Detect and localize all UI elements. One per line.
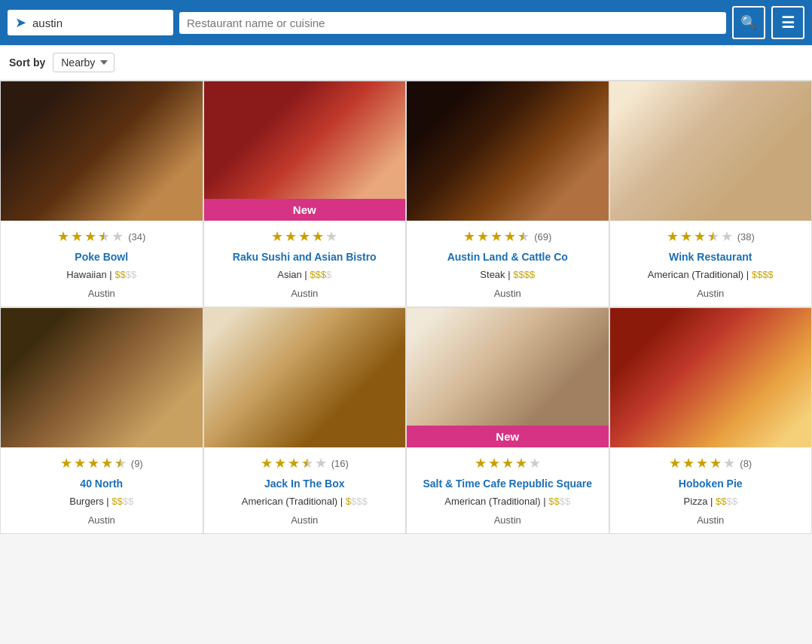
food-image (204, 308, 406, 447)
restaurant-name[interactable]: Austin Land & Cattle Co (416, 251, 600, 263)
restaurant-card[interactable]: ★★★★★★(38) Wink Restaurant American (Tra… (609, 81, 813, 307)
review-count: (16) (331, 458, 349, 469)
star-empty: ★ (721, 228, 733, 245)
sort-bar: Sort by Nearby Rating Price (0, 45, 812, 81)
review-count: (9) (131, 458, 143, 469)
card-image (407, 81, 609, 221)
restaurant-card[interactable]: ★★★★★★(34) Poke Bowl Hawaiian | $$$$ Aus… (0, 81, 203, 307)
restaurant-name[interactable]: Jack In The Box (213, 478, 397, 490)
star-half: ★★ (98, 228, 110, 245)
star-empty: ★ (111, 228, 124, 245)
restaurant-card[interactable]: ★★★★★★(69) Austin Land & Cattle Co Steak… (406, 81, 609, 307)
restaurant-location: Austin (619, 288, 803, 299)
star-full: ★ (71, 228, 83, 245)
restaurant-cuisine: Pizza | $$$$ (619, 496, 803, 507)
star-full: ★ (682, 455, 694, 472)
star-full: ★ (288, 455, 300, 472)
star-full: ★ (504, 228, 516, 245)
star-full: ★ (84, 228, 96, 245)
restaurant-card[interactable]: New ★★★★★ Salt & Time Cafe Republic Squa… (406, 307, 609, 534)
star-full: ★ (463, 228, 475, 245)
star-full: ★ (490, 228, 502, 245)
restaurant-location: Austin (416, 288, 600, 299)
star-full: ★ (667, 228, 679, 245)
new-badge: New (204, 199, 406, 221)
star-full: ★ (60, 455, 72, 472)
star-rating: ★★★★★★(38) (667, 228, 755, 245)
star-full: ★ (57, 228, 69, 245)
restaurant-name[interactable]: 40 North (10, 478, 194, 490)
star-empty: ★ (529, 455, 541, 472)
header: ➤ 🔍 ☰ (0, 0, 812, 45)
restaurant-card[interactable]: ★★★★★(8) Hoboken Pie Pizza | $$$$ Austin (609, 307, 813, 534)
restaurant-name[interactable]: Hoboken Pie (619, 478, 803, 490)
restaurant-name[interactable]: Raku Sushi and Asian Bistro (213, 251, 397, 263)
star-full: ★ (74, 455, 86, 472)
star-empty: ★ (325, 228, 337, 245)
card-image (1, 308, 203, 447)
food-image (610, 81, 812, 221)
star-full: ★ (515, 455, 527, 472)
restaurant-location: Austin (213, 288, 397, 299)
star-rating: ★★★★★★(69) (463, 228, 551, 245)
card-image: New (407, 308, 609, 447)
star-full: ★ (694, 228, 706, 245)
location-input[interactable] (32, 17, 166, 29)
location-search-box[interactable]: ➤ (8, 10, 173, 35)
star-rating: ★★★★★ (271, 228, 337, 245)
navigation-icon: ➤ (15, 14, 26, 31)
star-half: ★★ (517, 228, 530, 245)
star-rating: ★★★★★★(16) (261, 455, 349, 472)
star-full: ★ (101, 455, 113, 472)
star-full: ★ (488, 455, 500, 472)
review-count: (34) (128, 231, 145, 243)
star-rating: ★★★★★★(9) (60, 455, 143, 472)
restaurant-grid: ★★★★★★(34) Poke Bowl Hawaiian | $$$$ Aus… (0, 81, 812, 534)
review-count: (38) (737, 231, 755, 243)
star-rating: ★★★★★ (475, 455, 541, 472)
restaurant-name[interactable]: Wink Restaurant (619, 251, 803, 263)
card-image (610, 81, 812, 221)
food-image (1, 81, 203, 221)
star-full: ★ (477, 228, 489, 245)
card-image: New (204, 81, 406, 221)
star-full: ★ (680, 228, 692, 245)
restaurant-location: Austin (619, 514, 803, 526)
sort-select[interactable]: Nearby Rating Price (53, 53, 114, 72)
star-half: ★★ (301, 455, 313, 472)
filter-icon: ☰ (781, 14, 795, 32)
star-rating: ★★★★★(8) (669, 455, 752, 472)
sort-label: Sort by (9, 56, 45, 69)
star-full: ★ (710, 455, 722, 472)
star-full: ★ (475, 455, 487, 472)
card-body: ★★★★★ Raku Sushi and Asian Bistro Asian … (204, 221, 406, 307)
restaurant-location: Austin (10, 514, 194, 526)
restaurant-cuisine: American (Traditional) | $$$$ (619, 269, 803, 280)
filter-button[interactable]: ☰ (771, 6, 804, 39)
new-badge: New (407, 426, 609, 447)
restaurant-name[interactable]: Poke Bowl (10, 251, 194, 263)
card-body: ★★★★★ Salt & Time Cafe Republic Square A… (407, 447, 609, 533)
search-button[interactable]: 🔍 (732, 6, 765, 39)
restaurant-location: Austin (416, 514, 600, 526)
restaurant-location: Austin (213, 514, 397, 526)
restaurant-name[interactable]: Salt & Time Cafe Republic Square (416, 478, 600, 490)
review-count: (8) (740, 458, 752, 469)
star-full: ★ (87, 455, 99, 472)
card-body: ★★★★★(8) Hoboken Pie Pizza | $$$$ Austin (610, 447, 812, 533)
restaurant-card[interactable]: ★★★★★★(16) Jack In The Box American (Tra… (203, 307, 407, 534)
star-full: ★ (298, 228, 310, 245)
star-full: ★ (669, 455, 681, 472)
restaurant-card[interactable]: ★★★★★★(9) 40 North Burgers | $$$$ Austin (0, 307, 203, 534)
review-count: (69) (534, 231, 551, 243)
food-image (407, 81, 609, 221)
restaurant-cuisine: American (Traditional) | $$$$ (416, 496, 600, 507)
star-full: ★ (502, 455, 514, 472)
food-image (610, 308, 812, 447)
restaurant-search-input[interactable] (187, 17, 719, 29)
restaurant-card[interactable]: New ★★★★★ Raku Sushi and Asian Bistro As… (203, 81, 407, 307)
star-half: ★★ (707, 228, 719, 245)
card-body: ★★★★★★(16) Jack In The Box American (Tra… (204, 447, 406, 533)
restaurant-search-box[interactable] (179, 12, 726, 34)
restaurant-cuisine: Asian | $$$$ (213, 269, 397, 280)
